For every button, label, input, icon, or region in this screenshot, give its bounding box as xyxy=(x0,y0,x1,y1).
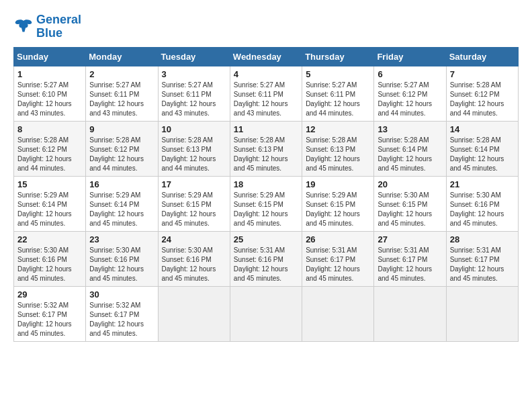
calendar-cell: 26Sunrise: 5:31 AMSunset: 6:17 PMDayligh… xyxy=(302,231,374,286)
calendar-cell: 29Sunrise: 5:32 AMSunset: 6:17 PMDayligh… xyxy=(14,286,86,341)
day-info: Sunrise: 5:28 AMSunset: 6:13 PMDaylight:… xyxy=(306,136,370,173)
calendar-cell xyxy=(302,286,374,341)
logo: General Blue xyxy=(13,13,81,40)
calendar-cell: 9Sunrise: 5:28 AMSunset: 6:12 PMDaylight… xyxy=(86,121,158,176)
calendar-cell xyxy=(374,286,446,341)
weekday-header-friday: Friday xyxy=(374,47,446,66)
day-info: Sunrise: 5:27 AMSunset: 6:11 PMDaylight:… xyxy=(162,81,226,118)
day-info: Sunrise: 5:27 AMSunset: 6:10 PMDaylight:… xyxy=(17,81,82,118)
day-info: Sunrise: 5:27 AMSunset: 6:11 PMDaylight:… xyxy=(306,81,370,118)
calendar-cell: 12Sunrise: 5:28 AMSunset: 6:13 PMDayligh… xyxy=(302,121,374,176)
day-number: 29 xyxy=(17,289,82,300)
day-info: Sunrise: 5:29 AMSunset: 6:14 PMDaylight:… xyxy=(17,191,82,228)
day-info: Sunrise: 5:28 AMSunset: 6:14 PMDaylight:… xyxy=(450,136,515,173)
day-number: 13 xyxy=(378,124,442,134)
day-number: 25 xyxy=(234,234,298,244)
day-number: 12 xyxy=(306,124,370,134)
calendar-table: SundayMondayTuesdayWednesdayThursdayFrid… xyxy=(13,47,519,342)
calendar-cell: 18Sunrise: 5:29 AMSunset: 6:15 PMDayligh… xyxy=(230,176,302,231)
day-number: 7 xyxy=(450,69,515,79)
weekday-header-monday: Monday xyxy=(86,47,158,66)
day-number: 1 xyxy=(17,69,82,79)
weekday-header-saturday: Saturday xyxy=(446,47,518,66)
day-number: 8 xyxy=(17,124,82,134)
day-number: 27 xyxy=(378,234,442,244)
day-number: 18 xyxy=(234,179,298,189)
day-info: Sunrise: 5:30 AMSunset: 6:16 PMDaylight:… xyxy=(17,246,82,283)
day-number: 5 xyxy=(306,69,370,79)
day-number: 20 xyxy=(378,179,442,189)
day-info: Sunrise: 5:30 AMSunset: 6:16 PMDaylight:… xyxy=(162,246,226,283)
weekday-header-thursday: Thursday xyxy=(302,47,374,66)
day-number: 28 xyxy=(450,234,515,244)
day-info: Sunrise: 5:27 AMSunset: 6:12 PMDaylight:… xyxy=(378,81,442,118)
calendar-cell: 15Sunrise: 5:29 AMSunset: 6:14 PMDayligh… xyxy=(14,176,86,231)
calendar-cell: 19Sunrise: 5:29 AMSunset: 6:15 PMDayligh… xyxy=(302,176,374,231)
calendar-cell: 28Sunrise: 5:31 AMSunset: 6:17 PMDayligh… xyxy=(446,231,518,286)
calendar-cell: 1Sunrise: 5:27 AMSunset: 6:10 PMDaylight… xyxy=(14,66,86,121)
calendar-cell: 20Sunrise: 5:30 AMSunset: 6:15 PMDayligh… xyxy=(374,176,446,231)
day-number: 30 xyxy=(89,289,154,300)
calendar-cell: 17Sunrise: 5:29 AMSunset: 6:15 PMDayligh… xyxy=(158,176,230,231)
weekday-header-sunday: Sunday xyxy=(14,47,86,66)
calendar-cell: 23Sunrise: 5:30 AMSunset: 6:16 PMDayligh… xyxy=(86,231,158,286)
day-number: 17 xyxy=(162,179,226,189)
logo-text: General Blue xyxy=(36,13,81,40)
logo-bird-icon xyxy=(13,17,34,37)
day-number: 19 xyxy=(306,179,370,189)
calendar-cell: 13Sunrise: 5:28 AMSunset: 6:14 PMDayligh… xyxy=(374,121,446,176)
day-number: 21 xyxy=(450,179,515,189)
day-info: Sunrise: 5:27 AMSunset: 6:11 PMDaylight:… xyxy=(234,81,298,118)
calendar-cell: 8Sunrise: 5:28 AMSunset: 6:12 PMDaylight… xyxy=(14,121,86,176)
day-info: Sunrise: 5:31 AMSunset: 6:17 PMDaylight:… xyxy=(306,246,370,283)
weekday-header-wednesday: Wednesday xyxy=(230,47,302,66)
calendar-cell: 6Sunrise: 5:27 AMSunset: 6:12 PMDaylight… xyxy=(374,66,446,121)
day-number: 4 xyxy=(234,69,298,79)
day-info: Sunrise: 5:30 AMSunset: 6:15 PMDaylight:… xyxy=(378,191,442,228)
day-number: 9 xyxy=(89,124,154,134)
day-info: Sunrise: 5:29 AMSunset: 6:15 PMDaylight:… xyxy=(306,191,370,228)
calendar-cell: 24Sunrise: 5:30 AMSunset: 6:16 PMDayligh… xyxy=(158,231,230,286)
day-info: Sunrise: 5:28 AMSunset: 6:12 PMDaylight:… xyxy=(17,136,82,173)
day-info: Sunrise: 5:29 AMSunset: 6:15 PMDaylight:… xyxy=(234,191,298,228)
calendar-cell: 27Sunrise: 5:31 AMSunset: 6:17 PMDayligh… xyxy=(374,231,446,286)
calendar-cell: 10Sunrise: 5:28 AMSunset: 6:13 PMDayligh… xyxy=(158,121,230,176)
day-info: Sunrise: 5:28 AMSunset: 6:14 PMDaylight:… xyxy=(378,136,442,173)
day-info: Sunrise: 5:29 AMSunset: 6:14 PMDaylight:… xyxy=(89,191,154,228)
calendar-cell: 14Sunrise: 5:28 AMSunset: 6:14 PMDayligh… xyxy=(446,121,518,176)
calendar-cell: 3Sunrise: 5:27 AMSunset: 6:11 PMDaylight… xyxy=(158,66,230,121)
day-number: 14 xyxy=(450,124,515,134)
day-number: 23 xyxy=(89,234,154,244)
day-number: 3 xyxy=(162,69,226,79)
day-info: Sunrise: 5:28 AMSunset: 6:13 PMDaylight:… xyxy=(162,136,226,173)
day-info: Sunrise: 5:30 AMSunset: 6:16 PMDaylight:… xyxy=(450,191,515,228)
day-number: 26 xyxy=(306,234,370,244)
day-number: 15 xyxy=(17,179,82,189)
day-number: 11 xyxy=(234,124,298,134)
day-info: Sunrise: 5:31 AMSunset: 6:17 PMDaylight:… xyxy=(450,246,515,283)
calendar-cell: 11Sunrise: 5:28 AMSunset: 6:13 PMDayligh… xyxy=(230,121,302,176)
calendar-cell: 2Sunrise: 5:27 AMSunset: 6:11 PMDaylight… xyxy=(86,66,158,121)
day-number: 2 xyxy=(89,69,154,79)
day-info: Sunrise: 5:29 AMSunset: 6:15 PMDaylight:… xyxy=(162,191,226,228)
calendar-cell xyxy=(230,286,302,341)
calendar-cell: 25Sunrise: 5:31 AMSunset: 6:16 PMDayligh… xyxy=(230,231,302,286)
day-number: 24 xyxy=(162,234,226,244)
day-info: Sunrise: 5:31 AMSunset: 6:16 PMDaylight:… xyxy=(234,246,298,283)
day-number: 16 xyxy=(89,179,154,189)
calendar-cell: 30Sunrise: 5:32 AMSunset: 6:17 PMDayligh… xyxy=(86,286,158,341)
day-number: 6 xyxy=(378,69,442,79)
day-info: Sunrise: 5:28 AMSunset: 6:12 PMDaylight:… xyxy=(89,136,154,173)
weekday-header-tuesday: Tuesday xyxy=(158,47,230,66)
calendar-cell: 16Sunrise: 5:29 AMSunset: 6:14 PMDayligh… xyxy=(86,176,158,231)
calendar-cell: 4Sunrise: 5:27 AMSunset: 6:11 PMDaylight… xyxy=(230,66,302,121)
calendar-cell xyxy=(446,286,518,341)
calendar-cell: 22Sunrise: 5:30 AMSunset: 6:16 PMDayligh… xyxy=(14,231,86,286)
calendar-cell: 5Sunrise: 5:27 AMSunset: 6:11 PMDaylight… xyxy=(302,66,374,121)
day-info: Sunrise: 5:32 AMSunset: 6:17 PMDaylight:… xyxy=(89,301,154,338)
day-info: Sunrise: 5:28 AMSunset: 6:12 PMDaylight:… xyxy=(450,81,515,118)
day-number: 10 xyxy=(162,124,226,134)
day-info: Sunrise: 5:28 AMSunset: 6:13 PMDaylight:… xyxy=(234,136,298,173)
day-info: Sunrise: 5:32 AMSunset: 6:17 PMDaylight:… xyxy=(17,301,82,338)
day-number: 22 xyxy=(17,234,82,244)
